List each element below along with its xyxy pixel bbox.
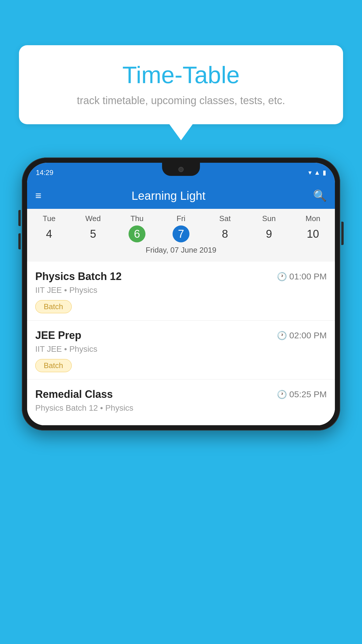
class-subject-3: Physics Batch 12 • Physics (35, 403, 327, 413)
class-list: Physics Batch 12 🕐 01:00 PM IIT JEE • Ph… (27, 262, 335, 425)
class-time-2: 🕐 02:00 PM (277, 330, 327, 340)
menu-icon[interactable]: ≡ (35, 190, 41, 201)
day-5[interactable]: 5 (71, 225, 115, 243)
day-name-sun: Sun (247, 214, 291, 223)
day-name-sat: Sat (203, 214, 247, 223)
day-name-mon: Mon (291, 214, 335, 223)
class-subject-2: IIT JEE • Physics (35, 344, 327, 354)
phone-outer: 14:29 ▾ ▲ ▮ ≡ Learning Light 🔍 Tue (22, 158, 340, 430)
batch-badge-2: Batch (35, 359, 72, 372)
search-icon[interactable]: 🔍 (313, 189, 327, 202)
class-time-value-1: 01:00 PM (289, 272, 327, 281)
phone-power-button (341, 222, 344, 245)
day-4[interactable]: 4 (27, 225, 71, 243)
day-name-wed: Wed (71, 214, 115, 223)
speech-bubble-container: Time-Table track timetable, upcoming cla… (19, 45, 343, 140)
phone-volume-down-button (18, 233, 21, 249)
day-name-fri: Fri (159, 214, 203, 223)
front-camera (178, 167, 184, 172)
clock-icon-2: 🕐 (277, 331, 287, 340)
batch-badge-1: Batch (35, 300, 72, 313)
speech-bubble-arrow (169, 124, 193, 140)
calendar-strip: Tue Wed Thu Fri Sat Sun Mon 4 5 6 7 8 9 … (27, 209, 335, 262)
class-name-3: Remedial Class (35, 388, 113, 400)
class-subject-1: IIT JEE • Physics (35, 286, 327, 295)
class-item-2[interactable]: JEE Prep 🕐 02:00 PM IIT JEE • Physics Ba… (27, 321, 335, 379)
day-9[interactable]: 9 (247, 225, 291, 243)
class-name-2: JEE Prep (35, 329, 81, 342)
phone-screen: 14:29 ▾ ▲ ▮ ≡ Learning Light 🔍 Tue (27, 163, 335, 425)
status-bar: 14:29 ▾ ▲ ▮ (27, 163, 335, 183)
class-item-2-header: JEE Prep 🕐 02:00 PM (35, 329, 327, 342)
day-names-row: Tue Wed Thu Fri Sat Sun Mon (27, 214, 335, 223)
signal-icon: ▲ (314, 169, 320, 176)
speech-bubble-title: Time-Table (36, 61, 326, 89)
current-date: Friday, 07 June 2019 (27, 246, 335, 259)
day-name-thu: Thu (115, 214, 159, 223)
notch (162, 163, 200, 176)
battery-icon: ▮ (323, 169, 326, 176)
app-title: Learning Light (48, 189, 289, 202)
status-icons: ▾ ▲ ▮ (308, 169, 326, 176)
class-item-3-header: Remedial Class 🕐 05:25 PM (35, 388, 327, 400)
phone-wrapper: 14:29 ▾ ▲ ▮ ≡ Learning Light 🔍 Tue (22, 158, 340, 644)
class-item-1[interactable]: Physics Batch 12 🕐 01:00 PM IIT JEE • Ph… (27, 262, 335, 321)
clock-icon-1: 🕐 (277, 272, 287, 281)
app-bar: ≡ Learning Light 🔍 (27, 183, 335, 209)
class-item-3[interactable]: Remedial Class 🕐 05:25 PM Physics Batch … (27, 379, 335, 425)
day-numbers-row: 4 5 6 7 8 9 10 (27, 225, 335, 243)
class-item-1-header: Physics Batch 12 🕐 01:00 PM (35, 270, 327, 283)
day-6-today[interactable]: 6 (129, 225, 145, 242)
speech-bubble: Time-Table track timetable, upcoming cla… (19, 45, 343, 124)
day-10[interactable]: 10 (291, 225, 335, 243)
clock-icon-3: 🕐 (277, 390, 287, 399)
class-time-value-2: 02:00 PM (289, 330, 327, 340)
day-name-tue: Tue (27, 214, 71, 223)
status-time: 14:29 (36, 169, 53, 177)
class-name-1: Physics Batch 12 (35, 270, 122, 283)
class-time-3: 🕐 05:25 PM (277, 389, 327, 399)
day-7-selected[interactable]: 7 (173, 225, 189, 242)
phone-volume-up-button (18, 210, 21, 226)
speech-bubble-subtitle: track timetable, upcoming classes, tests… (36, 94, 326, 107)
class-time-value-3: 05:25 PM (289, 389, 327, 399)
day-8[interactable]: 8 (203, 225, 247, 243)
class-time-1: 🕐 01:00 PM (277, 272, 327, 281)
wifi-icon: ▾ (308, 169, 312, 176)
